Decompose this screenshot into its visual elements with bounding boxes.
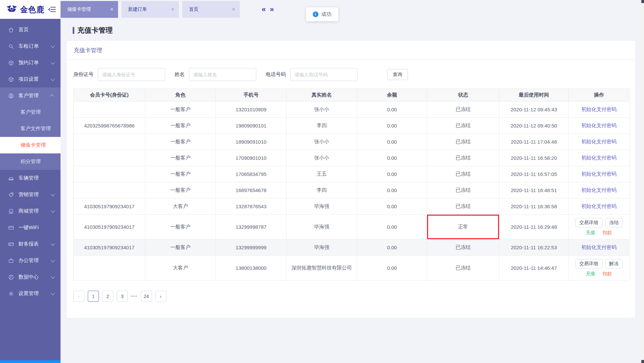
cell-real-name: 深圳拓鹿智慧科技有限公司: [287, 256, 357, 281]
wifi-card-icon: [8, 225, 14, 231]
home-icon: [8, 27, 14, 33]
cell-phone: 13201010909: [216, 102, 287, 118]
cell-actions: 初始化支付密码: [569, 134, 630, 150]
cell-role: 一般客户: [145, 150, 216, 166]
pagination-ellipsis[interactable]: •••: [131, 294, 138, 299]
sidebar-subitem-4-0[interactable]: 客户管理: [0, 104, 61, 120]
query-button[interactable]: 查询: [387, 69, 408, 80]
sidebar-subitem-4-3[interactable]: 积分管理: [0, 153, 61, 170]
sidebar-item-1[interactable]: 车检订单: [0, 38, 61, 55]
table-row: 一般客户13201010909张小小0.00已冻结2020-11-12 09:4…: [74, 102, 630, 118]
tab-1[interactable]: 新建订单×: [121, 1, 179, 18]
name-input[interactable]: [189, 68, 256, 81]
close-icon[interactable]: ×: [110, 7, 113, 12]
sidebar-item-label: 数据中心: [18, 274, 51, 280]
info-icon: i: [313, 11, 318, 17]
sidebar-item-7[interactable]: 商城管理: [0, 203, 61, 219]
init-pay-password-link[interactable]: 初始化支付密码: [581, 244, 617, 250]
init-pay-password-link[interactable]: 初始化支付密码: [581, 203, 617, 209]
init-pay-password-link[interactable]: 初始化支付密码: [581, 187, 617, 193]
deduct-link[interactable]: 扣款: [603, 271, 612, 277]
table-row: 一般客户17065834795王五0.00已冻结2020-11-11 16:57…: [74, 166, 630, 182]
menu-collapse-icon[interactable]: [48, 5, 56, 14]
cell-status: 已冻结: [427, 240, 499, 256]
sidebar-item-8[interactable]: 一键WiFi: [0, 219, 61, 236]
title-marker: [73, 27, 74, 34]
scrollbar-down-arrow[interactable]: [641, 360, 644, 363]
sidebar-item-6[interactable]: 营销管理: [0, 186, 61, 203]
sidebar-subitem-4-2[interactable]: 储值卡管理: [0, 137, 61, 153]
cell-balance: 0.00: [357, 198, 427, 215]
sidebar-item-12[interactable]: 设置管理: [0, 285, 61, 302]
init-pay-password-link[interactable]: 初始化支付密码: [581, 155, 617, 160]
cell-card-no: [74, 182, 145, 198]
scrollbar-up-arrow[interactable]: [641, 0, 644, 3]
sidebar-item-2[interactable]: 预约订单: [0, 55, 61, 71]
cell-phone: 18909091010: [216, 134, 287, 150]
phone-input[interactable]: [290, 68, 357, 81]
freeze-toggle-button[interactable]: 冻结: [605, 218, 623, 227]
card-body: 身份证号 姓名 电话号码 查询 会员卡号(身份证)角色手机号真实姓名余额状态最后…: [67, 60, 635, 318]
tabs-scroll-left-icon[interactable]: «: [262, 6, 266, 13]
init-pay-password-link[interactable]: 初始化支付密码: [581, 122, 617, 128]
cell-status-highlighted: 正常: [427, 215, 499, 240]
sidebar-item-0[interactable]: 首页: [0, 22, 61, 38]
init-pay-password-link[interactable]: 初始化支付密码: [581, 171, 617, 177]
tab-0[interactable]: 储值卡管理×: [61, 1, 118, 18]
sidebar-menu: 首页车检订单预约订单项目设置客户管理客户管理客户文件管理储值卡管理积分管理车辆管…: [0, 19, 61, 302]
cell-balance: 0.00: [357, 134, 427, 150]
column-header: 状态: [427, 89, 499, 102]
name-label: 姓名: [175, 71, 185, 78]
cell-phone: 13299999999: [216, 240, 287, 256]
trade-detail-button[interactable]: 交易详细: [575, 259, 602, 268]
cell-balance: 0.00: [357, 182, 427, 198]
tab-label: 首页: [189, 6, 232, 12]
tabs-scroll-right-icon[interactable]: »: [270, 6, 274, 13]
sidebar-item-11[interactable]: 数据中心: [0, 269, 61, 285]
deduct-link[interactable]: 扣款: [603, 230, 612, 236]
pagination-page-2[interactable]: 2: [102, 291, 113, 302]
sidebar-item-3[interactable]: 项目设置: [0, 71, 61, 87]
sidebar-item-4[interactable]: 客户管理: [0, 87, 61, 104]
pagination-prev-button[interactable]: ‹: [73, 291, 84, 302]
sidebar-item-5[interactable]: 车辆管理: [0, 170, 61, 186]
sidebar-subitem-4-1[interactable]: 客户文件管理: [0, 120, 61, 137]
cell-actions: 初始化支付密码: [569, 118, 630, 134]
cell-role: 一般客户: [145, 134, 216, 150]
recharge-link[interactable]: 充值: [586, 230, 595, 236]
pagination-page-24[interactable]: 24: [141, 291, 152, 302]
cell-last-used: 2020-11-11 17:04:48: [499, 134, 569, 150]
cell-card-no: 410305197909234017: [74, 198, 145, 215]
freeze-toggle-button[interactable]: 解冻: [605, 259, 623, 268]
cube-icon: [8, 60, 14, 66]
init-pay-password-link[interactable]: 初始化支付密码: [581, 106, 617, 112]
init-pay-password-link[interactable]: 初始化支付密码: [581, 139, 617, 144]
recharge-link[interactable]: 充值: [586, 271, 595, 277]
recharge-card-panel: 充值卡管理 身份证号 姓名 电话号码 查询 会员卡号(身份证: [66, 40, 636, 318]
pagination-page-3[interactable]: 3: [117, 291, 128, 302]
cell-last-used: 2020-11-11 16:36:58: [499, 198, 569, 215]
cell-role: 一般客户: [145, 102, 216, 118]
sidebar-item-10[interactable]: 办公管理: [0, 252, 61, 269]
close-icon[interactable]: ×: [171, 7, 174, 12]
cell-status: 已冻结: [427, 198, 499, 215]
sidebar-subitem-label: 储值卡管理: [21, 142, 46, 148]
cell-real-name: 张小小: [287, 150, 357, 166]
id-number-input[interactable]: [98, 68, 165, 81]
column-header: 手机号: [216, 89, 287, 102]
cell-role: 一般客户: [145, 182, 216, 198]
column-header: 角色: [145, 89, 216, 102]
table-row: 一般客户18909091010张小小0.00已冻结2020-11-11 17:0…: [74, 134, 630, 150]
cell-last-used: 2020-11-11 16:48:51: [499, 182, 569, 198]
pagination-page-1[interactable]: 1: [88, 291, 99, 302]
cell-last-used: 2020-11-11 16:58:20: [499, 150, 569, 166]
sidebar-item-9[interactable]: 财务报表: [0, 236, 61, 252]
trade-detail-button[interactable]: 交易详细: [575, 218, 602, 227]
sidebar-item-label: 车检订单: [18, 43, 51, 49]
tab-2[interactable]: 首页×: [182, 1, 240, 18]
cell-role: 一般客户: [145, 240, 216, 256]
pagination-next-button[interactable]: ›: [155, 291, 166, 302]
cell-actions: 初始化支付密码: [569, 102, 630, 118]
close-icon[interactable]: ×: [232, 7, 235, 12]
page-scrollbar[interactable]: [641, 0, 644, 363]
